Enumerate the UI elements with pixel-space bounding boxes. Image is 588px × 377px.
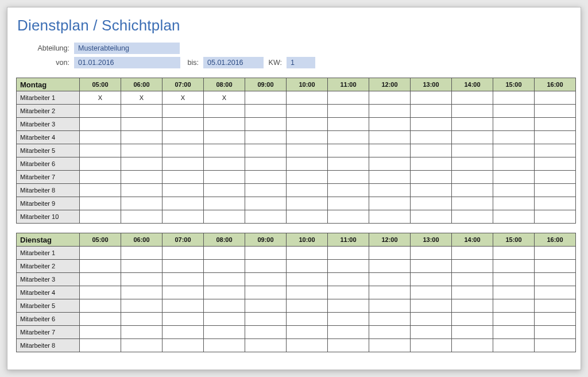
schedule-cell[interactable] — [493, 131, 535, 144]
schedule-cell[interactable] — [204, 197, 245, 210]
schedule-cell[interactable] — [452, 91, 493, 105]
schedule-cell[interactable] — [493, 144, 535, 157]
schedule-cell[interactable] — [535, 157, 576, 171]
schedule-cell[interactable] — [452, 131, 493, 144]
schedule-cell[interactable] — [493, 273, 535, 286]
schedule-cell[interactable] — [493, 299, 535, 313]
schedule-cell[interactable] — [245, 118, 287, 131]
schedule-cell[interactable] — [204, 313, 245, 326]
schedule-cell[interactable] — [452, 118, 493, 131]
schedule-cell[interactable] — [328, 131, 369, 144]
schedule-cell[interactable] — [245, 210, 287, 224]
schedule-cell[interactable] — [411, 326, 452, 339]
schedule-cell[interactable] — [121, 197, 163, 210]
schedule-cell[interactable] — [204, 339, 245, 352]
schedule-cell[interactable] — [369, 157, 411, 171]
schedule-cell[interactable] — [121, 157, 163, 171]
schedule-cell[interactable] — [535, 326, 576, 339]
schedule-cell[interactable] — [163, 286, 204, 299]
schedule-cell[interactable] — [80, 144, 121, 157]
schedule-cell[interactable] — [411, 118, 452, 131]
schedule-cell[interactable]: X — [163, 91, 204, 105]
schedule-cell[interactable] — [535, 144, 576, 157]
schedule-cell[interactable]: X — [204, 91, 245, 105]
schedule-cell[interactable] — [493, 286, 535, 299]
schedule-cell[interactable]: X — [80, 91, 121, 105]
schedule-cell[interactable] — [411, 273, 452, 286]
schedule-cell[interactable] — [493, 247, 535, 260]
schedule-cell[interactable] — [204, 260, 245, 273]
schedule-cell[interactable] — [204, 131, 245, 144]
schedule-cell[interactable] — [80, 131, 121, 144]
schedule-cell[interactable] — [245, 184, 287, 197]
schedule-cell[interactable] — [493, 118, 535, 131]
schedule-cell[interactable] — [80, 339, 121, 352]
kw-input[interactable]: 1 — [287, 57, 315, 68]
schedule-cell[interactable] — [163, 326, 204, 339]
schedule-cell[interactable] — [287, 313, 328, 326]
schedule-cell[interactable] — [204, 184, 245, 197]
schedule-cell[interactable] — [287, 260, 328, 273]
schedule-cell[interactable] — [535, 118, 576, 131]
schedule-cell[interactable] — [163, 339, 204, 352]
schedule-cell[interactable] — [328, 210, 369, 224]
schedule-cell[interactable] — [369, 326, 411, 339]
schedule-cell[interactable] — [80, 260, 121, 273]
schedule-cell[interactable] — [328, 313, 369, 326]
schedule-cell[interactable] — [369, 339, 411, 352]
schedule-cell[interactable] — [411, 313, 452, 326]
schedule-cell[interactable] — [287, 339, 328, 352]
schedule-cell[interactable] — [535, 273, 576, 286]
schedule-cell[interactable] — [493, 105, 535, 118]
schedule-cell[interactable] — [245, 326, 287, 339]
schedule-cell[interactable] — [535, 260, 576, 273]
schedule-cell[interactable] — [369, 273, 411, 286]
schedule-cell[interactable] — [535, 299, 576, 313]
schedule-cell[interactable] — [121, 131, 163, 144]
schedule-cell[interactable] — [535, 210, 576, 224]
schedule-cell[interactable] — [411, 299, 452, 313]
schedule-cell[interactable] — [535, 197, 576, 210]
schedule-cell[interactable] — [163, 184, 204, 197]
schedule-cell[interactable] — [493, 339, 535, 352]
schedule-cell[interactable] — [287, 286, 328, 299]
schedule-cell[interactable] — [369, 184, 411, 197]
schedule-cell[interactable] — [493, 326, 535, 339]
schedule-cell[interactable] — [493, 197, 535, 210]
schedule-cell[interactable] — [163, 144, 204, 157]
schedule-cell[interactable] — [287, 91, 328, 105]
schedule-cell[interactable] — [204, 118, 245, 131]
schedule-cell[interactable] — [121, 260, 163, 273]
schedule-cell[interactable] — [245, 339, 287, 352]
schedule-cell[interactable] — [369, 313, 411, 326]
schedule-cell[interactable] — [80, 118, 121, 131]
schedule-cell[interactable] — [535, 247, 576, 260]
schedule-cell[interactable] — [287, 273, 328, 286]
schedule-cell[interactable] — [245, 260, 287, 273]
dept-input[interactable]: Musterabteilung — [74, 43, 180, 54]
schedule-cell[interactable] — [163, 273, 204, 286]
schedule-cell[interactable] — [369, 171, 411, 184]
schedule-cell[interactable] — [328, 144, 369, 157]
schedule-cell[interactable] — [163, 313, 204, 326]
schedule-cell[interactable] — [328, 273, 369, 286]
schedule-cell[interactable] — [493, 260, 535, 273]
schedule-cell[interactable] — [121, 339, 163, 352]
schedule-cell[interactable] — [80, 210, 121, 224]
schedule-cell[interactable] — [452, 210, 493, 224]
schedule-cell[interactable] — [287, 171, 328, 184]
schedule-cell[interactable] — [287, 105, 328, 118]
schedule-cell[interactable] — [411, 286, 452, 299]
schedule-cell[interactable] — [204, 157, 245, 171]
schedule-cell[interactable] — [452, 339, 493, 352]
schedule-cell[interactable] — [121, 313, 163, 326]
schedule-cell[interactable] — [287, 131, 328, 144]
schedule-cell[interactable] — [204, 144, 245, 157]
schedule-cell[interactable] — [121, 184, 163, 197]
schedule-cell[interactable] — [328, 299, 369, 313]
schedule-cell[interactable] — [121, 326, 163, 339]
schedule-cell[interactable] — [328, 260, 369, 273]
schedule-cell[interactable] — [204, 326, 245, 339]
schedule-cell[interactable] — [245, 286, 287, 299]
schedule-cell[interactable] — [121, 144, 163, 157]
